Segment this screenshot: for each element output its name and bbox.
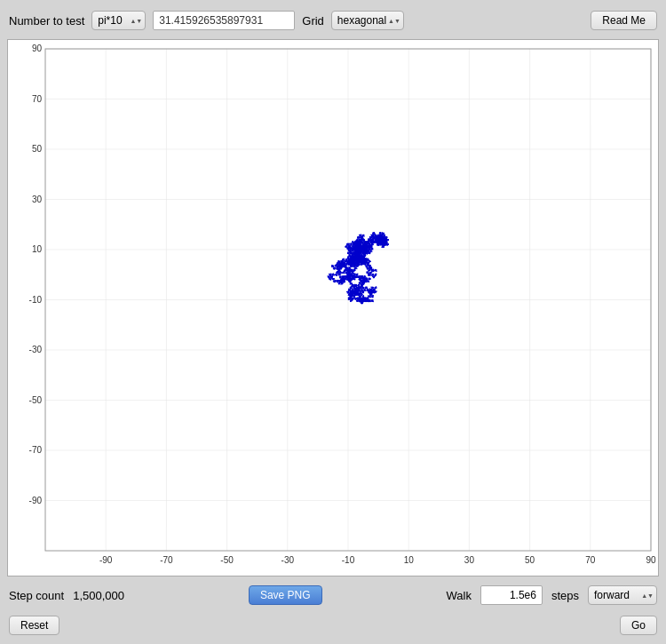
read-me-button[interactable]: Read Me: [591, 11, 657, 30]
toolbar: Number to test pi*10 pi e sqrt(2) 31.415…: [7, 7, 659, 34]
grid-select[interactable]: hexagonal square triangular: [331, 11, 404, 30]
step-count-value: 1,500,000: [73, 589, 124, 602]
steps-label: steps: [551, 589, 579, 602]
go-button[interactable]: Go: [620, 616, 657, 635]
chart-canvas: [8, 40, 659, 576]
direction-select[interactable]: forward backward: [588, 585, 657, 605]
grid-label: Grid: [302, 14, 324, 28]
grid-select-wrapper[interactable]: hexagonal square triangular: [331, 11, 404, 30]
save-png-button[interactable]: Save PNG: [249, 585, 322, 605]
number-select-wrapper[interactable]: pi*10 pi e sqrt(2): [91, 11, 146, 30]
bottom-bar: Step count 1,500,000 Save PNG Walk steps…: [7, 582, 659, 608]
number-select[interactable]: pi*10 pi e sqrt(2): [91, 11, 146, 30]
direction-select-wrapper[interactable]: forward backward: [588, 585, 657, 605]
number-display: 31.415926535897931: [153, 11, 295, 30]
walk-label: Walk: [447, 589, 472, 602]
reset-button[interactable]: Reset: [9, 616, 59, 635]
walk-input[interactable]: [480, 585, 543, 605]
number-to-test-label: Number to test: [9, 14, 84, 28]
app-container: Number to test pi*10 pi e sqrt(2) 31.415…: [0, 0, 666, 644]
step-count-label: Step count: [9, 589, 64, 602]
chart-area: [7, 39, 659, 576]
bottom-row2: Reset Go: [7, 614, 659, 637]
